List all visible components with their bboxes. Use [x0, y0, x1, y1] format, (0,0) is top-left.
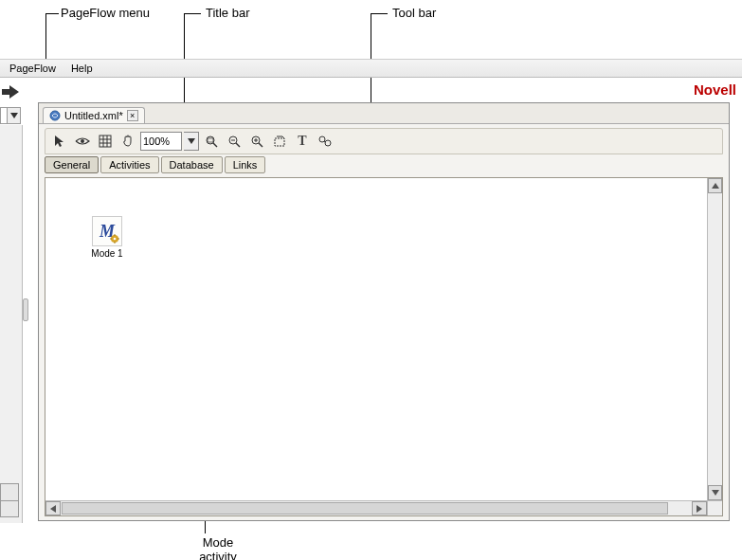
left-panel-tab-1[interactable]: [0, 483, 19, 500]
brand-logo: Novell: [694, 81, 736, 98]
vertical-scrollbar[interactable]: [707, 178, 722, 500]
text-tool-icon[interactable]: T: [292, 131, 313, 152]
menubar: PageFlow Help: [0, 59, 742, 78]
canvas-viewport[interactable]: M Mode 1: [45, 178, 707, 500]
annotation-line: [45, 13, 46, 61]
document-tab[interactable]: Untitled.xml* ×: [43, 107, 145, 123]
tab-links[interactable]: Links: [225, 156, 266, 173]
hand-icon[interactable]: [118, 131, 138, 152]
palette-tabs: General Activities Database Links: [39, 154, 729, 175]
mode-activity-label: Mode 1: [85, 248, 129, 259]
svg-line-11: [236, 143, 240, 147]
title-bar: Untitled.xml* ×: [39, 103, 729, 124]
menu-pageflow[interactable]: PageFlow: [2, 61, 63, 76]
annotation-mode-activity: Mode activity: [190, 535, 246, 560]
tool-bar: T: [45, 128, 723, 154]
svg-point-19: [325, 140, 331, 146]
scroll-thumb[interactable]: [62, 502, 668, 515]
eye-icon[interactable]: [72, 131, 93, 152]
annotation-pf-menu: PageFlow menu: [61, 6, 150, 20]
grid-icon[interactable]: [95, 131, 116, 152]
svg-rect-9: [208, 138, 213, 142]
splitter-handle[interactable]: [23, 298, 28, 321]
scroll-right-button[interactable]: [692, 501, 707, 515]
annotation-titlebar: Title bar: [206, 6, 249, 20]
mode-activity-node[interactable]: M Mode 1: [85, 216, 129, 259]
zoom-out-icon[interactable]: [224, 131, 244, 152]
svg-line-8: [213, 143, 217, 147]
tab-activities[interactable]: Activities: [100, 156, 158, 173]
horizontal-scrollbar[interactable]: [45, 500, 707, 515]
annotation-line: [371, 13, 388, 14]
scroll-down-button[interactable]: [708, 485, 722, 500]
scroll-left-button[interactable]: [45, 501, 61, 515]
chevron-down-icon: [7, 108, 20, 123]
find-icon[interactable]: [315, 131, 335, 152]
canvas[interactable]: M Mode 1: [45, 177, 723, 516]
mode-activity-icon: M: [92, 216, 122, 246]
tab-general[interactable]: General: [45, 156, 99, 173]
svg-rect-17: [275, 138, 284, 146]
zoom-dropdown-button[interactable]: [184, 132, 199, 151]
svg-point-1: [81, 139, 84, 143]
annotation-line: [45, 13, 59, 14]
document-icon: [49, 110, 61, 121]
nav-forward-icon[interactable]: [0, 83, 21, 100]
gear-icon: [110, 234, 119, 244]
annotation-toolbar: Tool bar: [392, 6, 436, 20]
tab-database[interactable]: Database: [161, 156, 223, 173]
select-all-icon[interactable]: [269, 131, 290, 152]
pointer-icon[interactable]: [49, 131, 70, 152]
document-tab-label: Untitled.xml*: [64, 110, 123, 121]
left-panel: [0, 125, 23, 523]
scroll-corner: [707, 500, 722, 515]
svg-point-22: [114, 238, 117, 241]
editor-window: Untitled.xml* ×: [38, 102, 730, 521]
zoom-to-fit-icon[interactable]: [201, 131, 222, 152]
annotation-line: [184, 13, 201, 14]
left-panel-tab-2[interactable]: [0, 500, 19, 517]
scroll-up-button[interactable]: [708, 178, 722, 193]
zoom-input[interactable]: [140, 132, 182, 151]
menu-help[interactable]: Help: [63, 61, 100, 76]
close-tab-button[interactable]: ×: [127, 110, 138, 121]
svg-rect-2: [100, 135, 111, 147]
zoom-in-icon[interactable]: [246, 131, 267, 152]
left-combo[interactable]: [0, 107, 21, 124]
svg-line-14: [259, 143, 262, 147]
